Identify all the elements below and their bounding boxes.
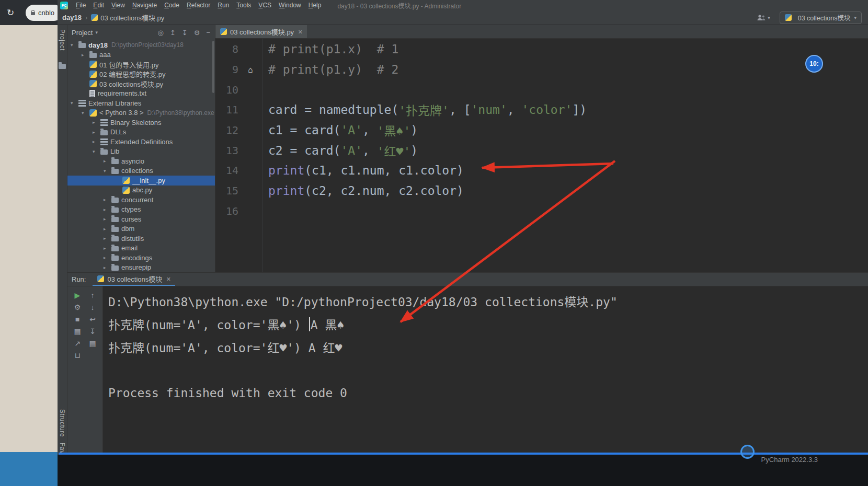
tree-item[interactable]: ▸asyncio [67, 156, 215, 166]
chevron-right-icon[interactable]: ▸ [103, 197, 111, 202]
editor-code: # print(p1.x) # 1# print(p1.y) # 2card =… [263, 39, 868, 272]
close-icon[interactable]: × [298, 28, 302, 36]
background-browser-window: ↻ cnblo [0, 0, 58, 486]
collapse-all-icon[interactable]: ↧ [182, 29, 188, 37]
tree-item[interactable]: ▸ctypes [67, 205, 215, 215]
tree-item[interactable]: requirements.txt [67, 89, 215, 99]
tree-item[interactable]: ▾day18D:\pythonProject03\day18 [67, 40, 215, 50]
chevron-right-icon[interactable]: ▸ [103, 207, 111, 212]
menu-run[interactable]: Run [214, 1, 233, 10]
pin-icon[interactable]: ↗ [74, 339, 81, 349]
tree-item[interactable]: ▸ensurepip [67, 263, 215, 273]
tree-item[interactable]: ▾collections [67, 166, 215, 176]
tree-item[interactable]: 02 编程思想的转变.py [67, 70, 215, 79]
chevron-down-icon[interactable]: ▾ [70, 100, 78, 106]
tree-item[interactable]: ▸Extended Definitions [67, 137, 215, 147]
soft-wrap-icon[interactable]: ↩ [89, 315, 96, 325]
run-config-selector[interactable]: 03 collections模块 ▾ [780, 11, 862, 24]
console-line: Process finished with exit code 0 [108, 381, 868, 404]
menu-refactor[interactable]: Refactor [183, 1, 214, 10]
chevron-right-icon[interactable]: ▸ [103, 226, 111, 232]
project-panel-title[interactable]: Project [72, 29, 93, 37]
run-tab[interactable]: 03 collections模块 × [93, 273, 175, 286]
tree-item[interactable]: ▸distutils [67, 234, 215, 244]
tree-item[interactable]: ▾Lib [67, 147, 215, 157]
console-output[interactable]: D:\Python38\python.exe "D:/pythonProject… [103, 286, 868, 453]
menu-navigate[interactable]: Navigate [129, 1, 161, 10]
tree-item[interactable]: ▸dbm [67, 224, 215, 234]
top-row: Project ▾ ◎↥↧⚙− ▾day18D:\pythonProject03… [67, 25, 868, 272]
tool-stripe-structure[interactable]: Structure [59, 409, 66, 437]
breadcrumb-file[interactable]: 03 collections模块.py [100, 13, 164, 22]
code-token: card = namedtuple( [268, 103, 398, 117]
editor-tab-label: 03 collections模块.py [230, 27, 294, 37]
rerun-icon[interactable]: ▶ [75, 291, 81, 300]
tree-item[interactable]: abc.py [67, 186, 215, 195]
menu-file[interactable]: File [72, 1, 89, 10]
restore-layout-icon[interactable]: ▤ [74, 327, 81, 337]
editor-tab[interactable]: 03 collections模块.py × [215, 25, 307, 38]
chevron-right-icon[interactable]: ▸ [92, 139, 100, 144]
tree-item[interactable]: ▸DLLs [67, 128, 215, 137]
chevron-right-icon[interactable]: ▸ [81, 52, 89, 57]
chevron-down-icon[interactable]: ▾ [81, 110, 89, 115]
tree-item[interactable]: __init__.py [67, 176, 215, 186]
code-with-me-button[interactable]: ▾ [757, 14, 770, 21]
stop-icon[interactable]: ■ [75, 315, 79, 325]
folder-icon [111, 169, 119, 174]
settings-icon[interactable]: ⚙ [194, 29, 200, 37]
tree-item[interactable]: ▾External Libraries [67, 98, 215, 108]
menu-vcs[interactable]: VCS [255, 1, 275, 10]
menu-help[interactable]: Help [305, 1, 325, 10]
close-icon[interactable]: × [166, 275, 170, 283]
reload-icon[interactable]: ↻ [7, 7, 14, 18]
chevron-right-icon[interactable]: ▸ [103, 255, 111, 260]
tree-item[interactable]: ▸encodings [67, 253, 215, 263]
chevron-right-icon[interactable]: ▸ [103, 246, 111, 251]
chevron-right-icon[interactable]: ▸ [103, 265, 111, 270]
menu-view[interactable]: View [108, 1, 129, 10]
tree-item[interactable]: 01 包的导入使用.py [67, 60, 215, 70]
browser-tab[interactable]: cnblo [26, 5, 58, 21]
clear-icon[interactable]: ⊔ [75, 351, 81, 361]
run-body: ▶⚙■▤↗⊔ ↑↓↩↧▤ D:\Python38\python.exe "D:/… [67, 286, 868, 453]
breadcrumb-project[interactable]: day18 [62, 14, 82, 21]
chevron-right-icon[interactable]: ▸ [92, 130, 100, 135]
menu-tools[interactable]: Tools [233, 1, 255, 10]
scrollbar[interactable] [212, 41, 214, 93]
run-settings-icon[interactable]: ⚙ [74, 303, 81, 313]
python-icon [89, 61, 97, 68]
chevron-down-icon[interactable]: ▾ [70, 42, 78, 48]
chevron-right-icon[interactable]: ▸ [92, 120, 100, 125]
chevron-right-icon[interactable]: ▸ [103, 158, 111, 164]
next-occurrence-icon[interactable]: ↓ [91, 303, 95, 313]
chevron-down-icon[interactable]: ▾ [92, 149, 100, 154]
locate-icon[interactable]: ◎ [158, 29, 164, 37]
run-config-label: 03 collections模块 [798, 13, 851, 22]
tree-item[interactable]: ▸Binary Skeletons [67, 118, 215, 128]
chevron-right-icon[interactable]: ▸ [103, 216, 111, 222]
print-console-icon[interactable]: ▤ [89, 339, 96, 349]
code-token: ]) [572, 103, 587, 117]
chevron-down-icon[interactable]: ▾ [95, 30, 98, 35]
scroll-to-end-icon[interactable]: ↧ [89, 327, 96, 337]
code-editor[interactable]: 89⌂10111213141516 # print(p1.x) # 1# pri… [215, 39, 868, 272]
tree-item[interactable]: ▸aaa [67, 50, 215, 60]
project-tool-icon[interactable] [59, 64, 66, 69]
chevron-down-icon[interactable]: ▾ [103, 168, 111, 173]
tree-item[interactable]: ▸concurrent [67, 195, 215, 205]
menu-code[interactable]: Code [161, 1, 183, 10]
tool-stripe-project[interactable]: Project [59, 29, 66, 51]
tree-item[interactable]: ▸email [67, 244, 215, 253]
tree-item[interactable]: 03 collections模块.py [67, 79, 215, 89]
tree-item[interactable]: ▸curses [67, 214, 215, 224]
hide-panel-icon[interactable]: − [206, 29, 210, 37]
tree-item[interactable]: ▾< Python 3.8 >D:\Python38\python.exe [67, 108, 215, 118]
tree-item-label: 02 编程思想的转变.py [99, 69, 165, 79]
bookmark-icon: ⌂ [238, 65, 262, 75]
menu-window[interactable]: Window [275, 1, 305, 10]
menu-edit[interactable]: Edit [89, 1, 108, 10]
chevron-right-icon[interactable]: ▸ [103, 236, 111, 241]
prev-occurrence-icon[interactable]: ↑ [91, 291, 95, 300]
expand-all-icon[interactable]: ↥ [170, 29, 176, 37]
